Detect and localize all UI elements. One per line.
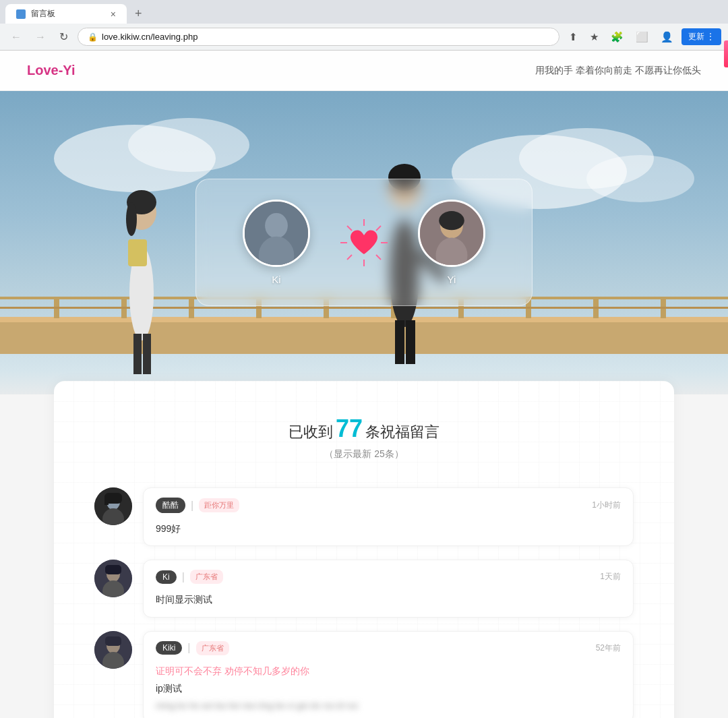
count-prefix: 已收到 <box>289 423 333 440</box>
site-header: Love-Yi 用我的手 牵着你向前走 不愿再让你低头 <box>0 51 728 91</box>
site-logo: Love-Yi <box>27 63 75 78</box>
username-badge: Kiki <box>156 641 182 655</box>
yi-label: Yi <box>448 274 456 285</box>
svg-point-45 <box>439 211 464 230</box>
profile-button[interactable]: 👤 <box>657 28 677 46</box>
message-bubble: Ki | 广东省 1天前 时间显示测试 <box>143 560 634 617</box>
svg-rect-5 <box>0 320 728 354</box>
heart-area <box>337 216 391 270</box>
svg-rect-30 <box>395 320 404 364</box>
address-bar[interactable]: 🔒 love.kikiw.cn/leaving.php <box>78 28 559 46</box>
message-bubble: Kiki | 广东省 52年前 证明可不会不弃 劝停不知几多岁的你 ip测试 m… <box>143 631 634 718</box>
count-line: 已收到 77 条祝福留言 <box>94 415 634 443</box>
svg-rect-23 <box>128 239 147 266</box>
message-list: 酷酷 | 距你万里 1小时前 999好 <box>94 487 634 718</box>
svg-rect-51 <box>104 497 109 505</box>
message-time: 1天前 <box>600 571 621 582</box>
message-meta: Kiki | 广东省 <box>156 641 229 655</box>
tab-favicon <box>16 9 26 19</box>
message-count-area: 已收到 77 条祝福留言 （显示最新 25条） <box>94 415 634 460</box>
nav-actions: ⬆ ★ 🧩 ⬜ 👤 更新 ⋮ <box>565 28 721 46</box>
location-badge: 广东省 <box>196 641 229 655</box>
avatar <box>94 631 132 669</box>
message-item: Ki | 广东省 1天前 时间显示测试 <box>94 560 634 617</box>
message-bubble: 酷酷 | 距你万里 1小时前 999好 <box>143 487 634 546</box>
split-view-button[interactable]: ⬜ <box>632 28 653 46</box>
tab-bar: 留言板 × + <box>0 0 728 24</box>
message-content: 999好 <box>156 521 621 536</box>
active-tab[interactable]: 留言板 × <box>5 4 127 24</box>
svg-rect-31 <box>406 320 415 364</box>
svg-rect-24 <box>133 334 142 374</box>
tab-close-button[interactable]: × <box>111 9 116 20</box>
browser-window: 留言板 × + ← → ↻ 🔒 love.kikiw.cn/leaving.ph… <box>0 0 728 51</box>
location-badge: 距你万里 <box>199 498 239 512</box>
count-number: 77 <box>336 415 363 442</box>
message-header: Ki | 广东省 1天前 <box>156 570 621 584</box>
content-section: 已收到 77 条祝福留言 （显示最新 25条） <box>54 381 674 718</box>
svg-point-4 <box>586 155 694 202</box>
username-badge: Ki <box>156 570 177 584</box>
message-time: 1小时前 <box>592 500 621 511</box>
message-item: Kiki | 广东省 52年前 证明可不会不弃 劝停不知几多岁的你 ip测试 m… <box>94 631 634 718</box>
site-tagline: 用我的手 牵着你向前走 不愿再让你低头 <box>535 65 701 77</box>
back-button[interactable]: ← <box>7 28 26 46</box>
message-header: Kiki | 广东省 52年前 <box>156 641 621 655</box>
message-meta: 酷酷 | 距你万里 <box>156 498 239 513</box>
message-item: 酷酷 | 距你万里 1小时前 999好 <box>94 487 634 546</box>
count-sub: （显示最新 25条） <box>94 448 634 460</box>
nav-bar: ← → ↻ 🔒 love.kikiw.cn/leaving.php ⬆ ★ 🧩 … <box>0 24 728 51</box>
profile-ki: Ki <box>243 200 310 285</box>
hero-section: Ki <box>0 91 728 401</box>
lock-icon: 🔒 <box>88 32 98 42</box>
extensions-button[interactable]: 🧩 <box>607 28 628 46</box>
svg-point-22 <box>126 202 137 236</box>
svg-point-33 <box>265 213 288 239</box>
avatar-ki <box>243 200 310 267</box>
svg-rect-59 <box>105 636 121 646</box>
forward-button[interactable]: → <box>31 28 50 46</box>
message-header: 酷酷 | 距你万里 1小时前 <box>156 498 621 513</box>
website: Love-Yi 用我的手 牵着你向前走 不愿再让你低头 <box>0 51 728 718</box>
location-badge: 广东省 <box>190 570 223 584</box>
avatar <box>94 560 132 597</box>
svg-rect-18 <box>0 307 728 309</box>
avatar <box>94 487 132 525</box>
new-tab-button[interactable]: + <box>129 4 148 24</box>
update-button[interactable]: 更新 ⋮ <box>681 28 721 45</box>
count-suffix: 条祝福留言 <box>365 423 439 440</box>
avatar-yi <box>418 200 485 267</box>
message-meta: Ki | 广东省 <box>156 570 223 584</box>
tab-title: 留言板 <box>31 8 105 20</box>
blurred-content: ming bo he ani ba hei neo ting be xi gei… <box>156 699 621 713</box>
username-badge: 酷酷 <box>156 498 185 513</box>
share-button[interactable]: ⬆ <box>565 28 582 46</box>
ki-label: Ki <box>272 274 280 285</box>
url-text: love.kikiw.cn/leaving.php <box>102 32 198 42</box>
bookmark-button[interactable]: ★ <box>586 28 603 46</box>
message-content: 时间显示测试 <box>156 592 621 607</box>
message-time: 52年前 <box>596 642 621 654</box>
refresh-button[interactable]: ↻ <box>55 28 72 46</box>
side-accent <box>724 40 728 67</box>
svg-rect-6 <box>0 317 728 322</box>
svg-rect-55 <box>105 565 121 574</box>
svg-rect-25 <box>143 334 151 374</box>
svg-point-1 <box>128 118 249 172</box>
profile-yi: Yi <box>418 200 485 285</box>
hero-profile-card: Ki <box>195 179 533 306</box>
message-content: 证明可不会不弃 劝停不知几多岁的你 ip测试 ming bo he ani ba… <box>156 663 621 713</box>
